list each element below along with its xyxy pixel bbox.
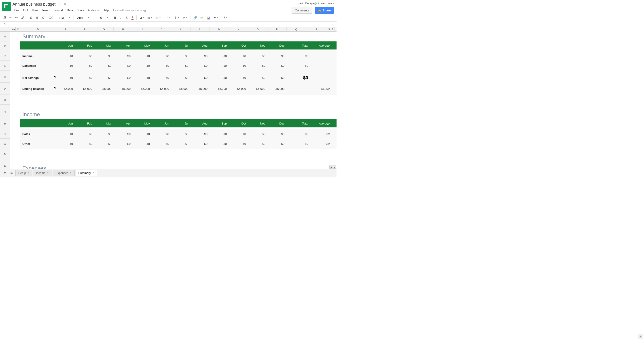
fx-icon[interactable]: fx xyxy=(0,23,10,26)
insert-link-icon[interactable]: 🔗 xyxy=(192,15,198,21)
sheet-tab-income[interactable]: Income▼ xyxy=(33,170,52,176)
value-cell[interactable]: $0 xyxy=(56,54,75,58)
value-cell[interactable]: $0 xyxy=(114,142,133,145)
average-cell[interactable]: $0 xyxy=(310,132,332,136)
value-cell[interactable]: $0 xyxy=(171,76,190,80)
column-header[interactable]: Q xyxy=(287,27,306,31)
insert-chart-icon[interactable]: 📊 xyxy=(205,15,212,21)
value-cell[interactable]: $0 xyxy=(210,54,229,58)
horizontal-scrollbar[interactable]: ◀ ▶ xyxy=(20,165,336,169)
value-cell[interactable]: $0 xyxy=(114,132,133,136)
value-cell[interactable]: $0 xyxy=(94,64,114,67)
sheet-tab-summary[interactable]: Summary▼ xyxy=(76,170,97,176)
percent-icon[interactable]: % xyxy=(34,15,40,21)
value-cell[interactable]: $0 xyxy=(248,54,268,58)
data-row[interactable]: Income$0$0$0$0$0$0$0$0$0$0$0$0$0 xyxy=(20,51,336,61)
value-cell[interactable]: $5,000 xyxy=(114,87,133,90)
value-cell[interactable]: $5,000 xyxy=(210,87,229,90)
value-cell[interactable]: $5,000 xyxy=(56,87,75,90)
insert-comment-icon[interactable]: ▤ xyxy=(199,15,204,21)
row-header[interactable]: 26 xyxy=(0,105,10,119)
value-cell[interactable]: $0 xyxy=(94,54,114,58)
caret-down-icon[interactable]: ▼ xyxy=(47,172,49,174)
horizontal-align-icon[interactable]: ≡▼ xyxy=(165,15,172,21)
value-cell[interactable]: $0 xyxy=(268,76,287,80)
value-cell[interactable]: $0 xyxy=(152,76,171,80)
decrease-decimal-icon[interactable]: .0← xyxy=(40,15,47,21)
filter-icon[interactable]: ▼▾ xyxy=(212,15,219,21)
merge-cells-icon[interactable]: ▦▼ xyxy=(154,15,162,21)
value-cell[interactable]: $0 xyxy=(56,132,75,136)
column-header[interactable]: N xyxy=(229,27,248,31)
caret-down-icon[interactable]: ▼ xyxy=(70,172,72,174)
column-header[interactable]: E xyxy=(56,27,75,31)
row-header[interactable]: 23 xyxy=(0,71,10,83)
add-sheet-icon[interactable]: + xyxy=(2,169,8,177)
value-cell[interactable]: $0 xyxy=(114,54,133,58)
value-cell[interactable]: $0 xyxy=(248,132,268,136)
fill-color-icon[interactable]: ◢▼ xyxy=(138,15,146,21)
strikethrough-icon[interactable]: S xyxy=(124,15,129,21)
value-cell[interactable]: $0 xyxy=(248,64,268,67)
row-header[interactable]: 27 xyxy=(0,119,10,129)
value-cell[interactable]: $0 xyxy=(268,54,287,58)
scroll-left-icon[interactable]: ◀ xyxy=(330,165,332,169)
value-cell[interactable]: $0 xyxy=(75,142,94,145)
sheet-tab-setup[interactable]: Setup▼ xyxy=(16,170,32,176)
column-header[interactable]: L xyxy=(190,27,210,31)
user-account[interactable]: david.George@ditoweb.com ▼ xyxy=(298,2,335,5)
value-cell[interactable]: $0 xyxy=(75,76,94,80)
paint-format-icon[interactable]: 🖌 xyxy=(20,15,26,21)
value-cell[interactable]: $0 xyxy=(152,142,171,145)
value-cell[interactable]: $5,000 xyxy=(248,87,268,90)
sheet-tab-expenses[interactable]: Expenses▼ xyxy=(53,170,75,176)
value-cell[interactable]: $0 xyxy=(133,76,152,80)
value-cell[interactable]: $0 xyxy=(210,64,229,67)
column-header[interactable]: R xyxy=(306,27,327,31)
value-cell[interactable]: $5,000 xyxy=(268,87,287,90)
value-cell[interactable]: $5,000 xyxy=(152,87,171,90)
column-header[interactable]: G xyxy=(94,27,114,31)
bold-icon[interactable]: B xyxy=(112,15,118,21)
column-header[interactable]: D xyxy=(20,27,56,31)
value-cell[interactable]: $0 xyxy=(94,76,114,80)
data-row[interactable]: Expenses$0$0$0$0$0$0$0$0$0$0$0$0$0 xyxy=(20,61,336,71)
currency-icon[interactable]: $ xyxy=(28,15,34,21)
total-cell[interactable]: $0 xyxy=(287,132,310,136)
value-cell[interactable]: $0 xyxy=(152,132,171,136)
print-icon[interactable]: 🖶 xyxy=(2,15,8,21)
value-cell[interactable]: $0 xyxy=(152,64,171,67)
value-cell[interactable]: $0 xyxy=(133,132,152,136)
value-cell[interactable]: $0 xyxy=(114,76,133,80)
row-header[interactable]: 25 xyxy=(0,95,10,105)
value-cell[interactable]: $0 xyxy=(171,142,190,145)
text-color-icon[interactable]: A xyxy=(130,15,135,21)
data-row[interactable]: Net savings$0$0$0$0$0$0$0$0$0$0$0$0$0 xyxy=(20,73,336,83)
total-cell[interactable]: $0 xyxy=(287,54,310,58)
value-cell[interactable]: $0 xyxy=(75,64,94,67)
value-cell[interactable]: $5,000 xyxy=(133,87,152,90)
value-cell[interactable]: $0 xyxy=(114,64,133,67)
column-header[interactable]: O xyxy=(248,27,268,31)
value-cell[interactable]: $0 xyxy=(133,142,152,145)
caret-down-icon[interactable]: ▼ xyxy=(27,172,29,174)
increase-decimal-icon[interactable]: .00→ xyxy=(48,15,56,21)
value-cell[interactable]: $0 xyxy=(171,64,190,67)
value-cell[interactable]: $5,000 xyxy=(94,87,114,90)
select-all-corner[interactable] xyxy=(0,27,10,31)
formula-input[interactable] xyxy=(10,23,336,26)
column-header[interactable]: A◀ xyxy=(10,27,16,31)
value-cell[interactable]: $5,000 xyxy=(229,87,248,90)
value-cell[interactable]: $0 xyxy=(229,64,248,67)
column-header[interactable]: F xyxy=(75,27,94,31)
value-cell[interactable]: $0 xyxy=(190,54,210,58)
sheet-content[interactable]: Summary JanFebMarAprMayJunJulAugSepOctNo… xyxy=(10,32,336,169)
value-cell[interactable]: $0 xyxy=(56,76,75,80)
functions-icon[interactable]: Σ▾ xyxy=(222,15,228,21)
value-cell[interactable]: $0 xyxy=(210,132,229,136)
value-cell[interactable]: $0 xyxy=(190,142,210,145)
value-cell[interactable]: $0 xyxy=(94,132,114,136)
value-cell[interactable]: $0 xyxy=(133,54,152,58)
column-header[interactable]: T xyxy=(331,27,334,31)
folder-icon[interactable]: ■ xyxy=(64,2,66,7)
